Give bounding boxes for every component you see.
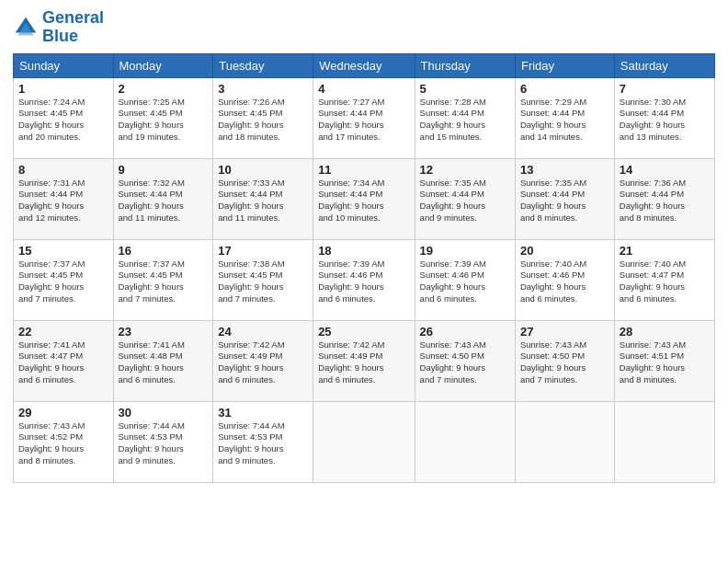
- day-number: 2: [119, 82, 209, 96]
- day-info: Sunrise: 7:35 AM Sunset: 4:44 PM Dayligh…: [420, 178, 510, 224]
- logo-text: General Blue: [42, 9, 104, 46]
- day-number: 17: [218, 244, 308, 258]
- day-number: 1: [18, 82, 108, 96]
- calendar-week-row: 29Sunrise: 7:43 AM Sunset: 4:52 PM Dayli…: [14, 401, 715, 482]
- day-info: Sunrise: 7:38 AM Sunset: 4:45 PM Dayligh…: [218, 259, 308, 305]
- calendar-cell: 18Sunrise: 7:39 AM Sunset: 4:46 PM Dayli…: [313, 239, 415, 320]
- day-number: 26: [420, 325, 510, 339]
- calendar-cell: [313, 401, 415, 482]
- day-info: Sunrise: 7:29 AM Sunset: 4:44 PM Dayligh…: [520, 97, 609, 144]
- calendar-week-row: 15Sunrise: 7:37 AM Sunset: 4:45 PM Dayli…: [14, 239, 715, 320]
- calendar-cell: 15Sunrise: 7:37 AM Sunset: 4:45 PM Dayli…: [14, 239, 114, 320]
- calendar-cell: 28Sunrise: 7:43 AM Sunset: 4:51 PM Dayli…: [614, 320, 714, 401]
- day-info: Sunrise: 7:44 AM Sunset: 4:53 PM Dayligh…: [218, 420, 308, 467]
- calendar-cell: [515, 401, 614, 482]
- calendar-cell: [614, 401, 714, 482]
- day-info: Sunrise: 7:42 AM Sunset: 4:49 PM Dayligh…: [218, 339, 308, 386]
- day-number: 13: [520, 163, 609, 177]
- calendar-cell: 27Sunrise: 7:43 AM Sunset: 4:50 PM Dayli…: [515, 320, 614, 401]
- day-number: 11: [318, 163, 409, 177]
- day-info: Sunrise: 7:43 AM Sunset: 4:50 PM Dayligh…: [520, 339, 609, 386]
- calendar-cell: 31Sunrise: 7:44 AM Sunset: 4:53 PM Dayli…: [213, 401, 313, 482]
- day-info: Sunrise: 7:44 AM Sunset: 4:53 PM Dayligh…: [119, 420, 209, 467]
- weekday-header-cell: Wednesday: [313, 53, 415, 77]
- day-number: 4: [318, 82, 409, 96]
- day-number: 7: [620, 82, 710, 96]
- day-number: 30: [119, 406, 209, 419]
- calendar-cell: 10Sunrise: 7:33 AM Sunset: 4:44 PM Dayli…: [213, 158, 313, 239]
- calendar-table: SundayMondayTuesdayWednesdayThursdayFrid…: [13, 53, 715, 483]
- day-number: 22: [18, 325, 108, 339]
- day-info: Sunrise: 7:40 AM Sunset: 4:46 PM Dayligh…: [520, 259, 609, 305]
- day-info: Sunrise: 7:39 AM Sunset: 4:46 PM Dayligh…: [420, 259, 510, 305]
- day-number: 23: [119, 325, 209, 339]
- day-info: Sunrise: 7:35 AM Sunset: 4:44 PM Dayligh…: [520, 178, 609, 224]
- day-number: 28: [620, 325, 710, 339]
- day-info: Sunrise: 7:32 AM Sunset: 4:44 PM Dayligh…: [119, 178, 209, 224]
- logo: General Blue: [13, 9, 104, 46]
- calendar-cell: 20Sunrise: 7:40 AM Sunset: 4:46 PM Dayli…: [515, 239, 614, 320]
- day-number: 8: [18, 163, 108, 177]
- day-number: 19: [420, 244, 510, 258]
- calendar-week-row: 22Sunrise: 7:41 AM Sunset: 4:47 PM Dayli…: [14, 320, 715, 401]
- calendar-cell: 11Sunrise: 7:34 AM Sunset: 4:44 PM Dayli…: [313, 158, 415, 239]
- day-info: Sunrise: 7:26 AM Sunset: 4:45 PM Dayligh…: [218, 97, 308, 144]
- day-number: 10: [218, 163, 308, 177]
- day-info: Sunrise: 7:40 AM Sunset: 4:47 PM Dayligh…: [620, 259, 710, 305]
- day-info: Sunrise: 7:43 AM Sunset: 4:51 PM Dayligh…: [620, 339, 710, 386]
- day-number: 9: [119, 163, 209, 177]
- calendar-cell: 21Sunrise: 7:40 AM Sunset: 4:47 PM Dayli…: [614, 239, 714, 320]
- calendar-cell: 23Sunrise: 7:41 AM Sunset: 4:48 PM Dayli…: [113, 320, 213, 401]
- weekday-header-row: SundayMondayTuesdayWednesdayThursdayFrid…: [14, 53, 715, 77]
- weekday-header-cell: Tuesday: [213, 53, 313, 77]
- day-info: Sunrise: 7:34 AM Sunset: 4:44 PM Dayligh…: [318, 178, 409, 224]
- day-info: Sunrise: 7:43 AM Sunset: 4:50 PM Dayligh…: [420, 339, 510, 386]
- weekday-header-cell: Friday: [515, 53, 614, 77]
- day-info: Sunrise: 7:43 AM Sunset: 4:52 PM Dayligh…: [18, 420, 108, 467]
- day-number: 18: [318, 244, 409, 258]
- day-info: Sunrise: 7:41 AM Sunset: 4:48 PM Dayligh…: [119, 339, 209, 386]
- day-info: Sunrise: 7:31 AM Sunset: 4:44 PM Dayligh…: [18, 178, 108, 224]
- day-info: Sunrise: 7:28 AM Sunset: 4:44 PM Dayligh…: [420, 97, 510, 144]
- day-number: 20: [520, 244, 609, 258]
- calendar-cell: [415, 401, 515, 482]
- logo-icon: [13, 15, 39, 40]
- calendar-cell: 19Sunrise: 7:39 AM Sunset: 4:46 PM Dayli…: [415, 239, 515, 320]
- day-number: 5: [420, 82, 510, 96]
- day-info: Sunrise: 7:27 AM Sunset: 4:44 PM Dayligh…: [318, 97, 409, 144]
- calendar-cell: 12Sunrise: 7:35 AM Sunset: 4:44 PM Dayli…: [415, 158, 515, 239]
- calendar-cell: 30Sunrise: 7:44 AM Sunset: 4:53 PM Dayli…: [113, 401, 213, 482]
- day-number: 29: [18, 406, 108, 419]
- calendar-cell: 1Sunrise: 7:24 AM Sunset: 4:45 PM Daylig…: [14, 77, 114, 158]
- calendar-body: 1Sunrise: 7:24 AM Sunset: 4:45 PM Daylig…: [14, 77, 715, 482]
- day-info: Sunrise: 7:37 AM Sunset: 4:45 PM Dayligh…: [119, 259, 209, 305]
- calendar-cell: 24Sunrise: 7:42 AM Sunset: 4:49 PM Dayli…: [213, 320, 313, 401]
- day-info: Sunrise: 7:41 AM Sunset: 4:47 PM Dayligh…: [18, 339, 108, 386]
- day-info: Sunrise: 7:42 AM Sunset: 4:49 PM Dayligh…: [318, 339, 409, 386]
- day-number: 15: [18, 244, 108, 258]
- day-number: 24: [218, 325, 308, 339]
- calendar-week-row: 8Sunrise: 7:31 AM Sunset: 4:44 PM Daylig…: [14, 158, 715, 239]
- day-number: 3: [218, 82, 308, 96]
- page-container: General Blue SundayMondayTuesdayWednesda…: [0, 0, 728, 492]
- day-number: 21: [620, 244, 710, 258]
- weekday-header-cell: Saturday: [614, 53, 714, 77]
- calendar-cell: 9Sunrise: 7:32 AM Sunset: 4:44 PM Daylig…: [113, 158, 213, 239]
- calendar-cell: 25Sunrise: 7:42 AM Sunset: 4:49 PM Dayli…: [313, 320, 415, 401]
- day-number: 31: [218, 406, 308, 419]
- calendar-week-row: 1Sunrise: 7:24 AM Sunset: 4:45 PM Daylig…: [14, 77, 715, 158]
- calendar-cell: 7Sunrise: 7:30 AM Sunset: 4:44 PM Daylig…: [614, 77, 714, 158]
- day-number: 6: [520, 82, 609, 96]
- calendar-cell: 22Sunrise: 7:41 AM Sunset: 4:47 PM Dayli…: [14, 320, 114, 401]
- day-info: Sunrise: 7:39 AM Sunset: 4:46 PM Dayligh…: [318, 259, 409, 305]
- calendar-cell: 13Sunrise: 7:35 AM Sunset: 4:44 PM Dayli…: [515, 158, 614, 239]
- weekday-header-cell: Thursday: [415, 53, 515, 77]
- day-number: 12: [420, 163, 510, 177]
- calendar-cell: 6Sunrise: 7:29 AM Sunset: 4:44 PM Daylig…: [515, 77, 614, 158]
- day-info: Sunrise: 7:24 AM Sunset: 4:45 PM Dayligh…: [18, 97, 108, 144]
- weekday-header-cell: Monday: [113, 53, 213, 77]
- calendar-cell: 26Sunrise: 7:43 AM Sunset: 4:50 PM Dayli…: [415, 320, 515, 401]
- day-number: 16: [119, 244, 209, 258]
- day-number: 25: [318, 325, 409, 339]
- calendar-cell: 5Sunrise: 7:28 AM Sunset: 4:44 PM Daylig…: [415, 77, 515, 158]
